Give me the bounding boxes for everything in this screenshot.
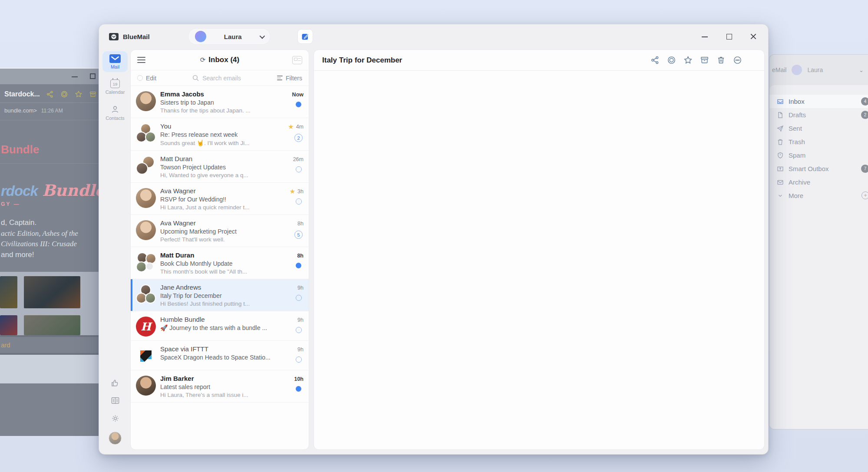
folder-smart-outbox[interactable]: Smart Outbox 7 + (769, 162, 868, 175)
mark-unread-icon[interactable] (667, 56, 676, 65)
email-row-jane-andrews[interactable]: Jane Andrews Italy Trip for December Hi … (131, 279, 309, 311)
email-preview: Hi Besties! Just finished putting t... (160, 300, 279, 307)
plus-icon[interactable]: + (861, 191, 868, 199)
user-avatar[interactable] (109, 432, 122, 445)
email-row-emma-jacobs[interactable]: Emma Jacobs Sisters trip to Japan Thanks… (131, 86, 309, 118)
minimize-button[interactable] (701, 33, 708, 40)
read-toggle-icon[interactable] (296, 356, 302, 363)
folder-more[interactable]: More + (769, 189, 868, 202)
game-thumbnail (24, 315, 80, 335)
maximize-icon (90, 73, 96, 79)
refresh-icon[interactable]: ⟳ (200, 56, 206, 64)
menu-icon[interactable] (137, 57, 145, 63)
nav-item-calendar[interactable]: 19 Calendar (102, 76, 128, 97)
chevron-down-icon: ⌄ (859, 67, 864, 73)
trash-icon[interactable] (716, 56, 726, 65)
background-window-humble-bundle[interactable]: Stardock... bundle.com>11:26 AM Bundle r… (0, 68, 100, 436)
send-icon (777, 125, 784, 132)
game-thumbnails-grid (0, 272, 100, 335)
email-row-matt-duran[interactable]: Matt Duran Towson Project Updates Hi, Wa… (131, 151, 309, 183)
close-button[interactable] (750, 33, 757, 40)
email-row-you[interactable]: You Re: Press release next week Sounds g… (131, 118, 309, 151)
titlebar: BlueMail Laura (99, 24, 768, 49)
reply-all-button[interactable]: Reply All (314, 71, 764, 450)
share-icon (46, 90, 54, 98)
folder-sent[interactable]: Sent + (769, 122, 868, 135)
nav-item-mail[interactable]: Mail (102, 51, 128, 72)
star-icon[interactable] (683, 56, 693, 65)
star-icon (75, 90, 83, 98)
share-icon[interactable] (650, 56, 660, 65)
star-icon[interactable]: ★ (290, 188, 295, 195)
sender-avatar (136, 376, 156, 396)
compose-button[interactable] (297, 29, 313, 44)
folder-trash[interactable]: Trash + (769, 135, 868, 149)
folder-badge: 2 (861, 111, 868, 119)
left-email-subject: Stardock... (4, 90, 40, 98)
read-toggle-icon[interactable] (296, 327, 302, 333)
email-preview: This month's book will be "All th... (160, 268, 279, 275)
folder-list: Inbox 4 + Drafts 2 + Sent + Trash + Spam… (769, 85, 868, 429)
game-thumbnail (24, 276, 80, 308)
filter-icon (277, 76, 283, 80)
archive-icon[interactable] (700, 56, 709, 65)
folder-badge: 7 (861, 165, 868, 173)
background-window-bluemail-folders[interactable]: eMail Laura ⌄ Inbox 4 + Drafts 2 + Sent … (769, 54, 868, 429)
chevron-down-icon (777, 192, 784, 199)
email-time: Now (292, 92, 304, 98)
archive-icon (89, 90, 97, 98)
stardock-bundle-logo: rdockBundle GY — (0, 163, 100, 211)
email-sender: Ava Wagner (160, 219, 279, 227)
thread-count-badge: 2 (294, 134, 303, 142)
star-icon[interactable]: ★ (288, 123, 294, 130)
left-window-footer (0, 353, 100, 383)
edit-button[interactable]: Edit (137, 75, 156, 82)
email-time: 8h (297, 221, 304, 227)
nav-item-contacts[interactable]: Contacts (102, 102, 128, 123)
account-avatar (792, 65, 802, 75)
folder-inbox[interactable]: Inbox 4 + (769, 95, 868, 108)
app-logo: BlueMail (109, 32, 150, 41)
unread-dot (296, 386, 301, 392)
reply-all-icon (314, 71, 764, 450)
nav-label: Calendar (106, 89, 125, 95)
email-row-matt-duran-2[interactable]: Matt Duran Book Club Monthly Update This… (131, 247, 309, 279)
app-name: BlueMail (123, 33, 150, 40)
folder-spam[interactable]: Spam + (769, 149, 868, 162)
read-toggle-icon[interactable] (296, 295, 302, 301)
email-row-jim-barker[interactable]: Jim Barker Latest sales report Hi Laura,… (131, 370, 309, 403)
read-toggle-icon[interactable] (296, 166, 302, 172)
game-thumbnail (0, 315, 17, 335)
email-row-ava-wagner-2[interactable]: Ava Wagner Upcoming Marketing Project Pe… (131, 215, 309, 247)
sender-avatar (136, 91, 156, 111)
email-row-humble-bundle[interactable]: H Humble Bundle 🚀 Journey to the stars w… (131, 311, 309, 341)
humble-bundle-logo: H (136, 317, 156, 337)
folder-drafts[interactable]: Drafts 2 + (769, 108, 868, 122)
email-subject: RSVP for Our Wedding!! (160, 196, 279, 203)
email-subject: Re: Press release next week (160, 131, 279, 138)
filters-button[interactable]: Filters (277, 75, 302, 82)
email-time: 10h (294, 376, 304, 382)
folder-archive[interactable]: Archive + (769, 175, 868, 189)
account-selector[interactable]: Laura (188, 28, 271, 45)
thumbs-up-icon[interactable] (111, 378, 120, 387)
sender-avatar-group (136, 156, 156, 176)
maximize-button[interactable] (726, 33, 733, 40)
search-input[interactable]: Search emails (156, 75, 277, 82)
gear-icon[interactable] (111, 414, 120, 423)
email-preview: Perfect! That'll work well. (160, 236, 279, 243)
bluemail-logo-icon (109, 32, 119, 41)
envelope-icon (777, 179, 784, 186)
email-time: 26m (293, 156, 304, 162)
email-row-ava-wagner[interactable]: Ava Wagner RSVP for Our Wedding!! Hi Lau… (131, 183, 309, 215)
newsfeed-icon[interactable] (111, 396, 120, 405)
more-options-icon[interactable] (733, 56, 742, 65)
sender-avatar-group (136, 123, 156, 143)
game-thumbnail (0, 276, 17, 308)
minimize-icon (72, 76, 78, 77)
card-view-toggle-icon[interactable] (292, 56, 302, 64)
read-toggle-icon[interactable] (296, 198, 302, 205)
email-row-space-ifttt[interactable]: Space via IFTTT SpaceX Dragon Heads to S… (131, 341, 309, 370)
email-sender: Ava Wagner (160, 187, 279, 195)
email-time: 9h (297, 317, 304, 323)
